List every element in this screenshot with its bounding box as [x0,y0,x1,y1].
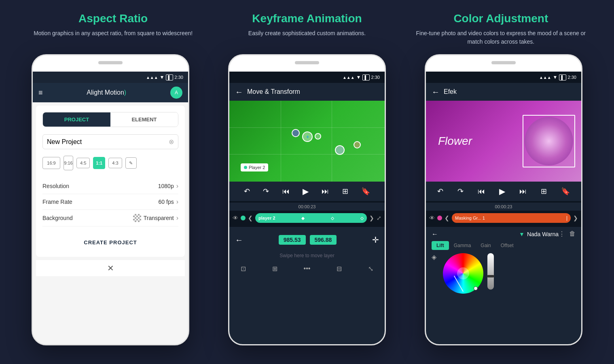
redo-icon[interactable]: ↷ [263,187,269,196]
panel-back-icon[interactable]: ← [432,231,438,238]
flower-preview: Flower [426,101,581,182]
ratio-4-5[interactable]: 4:5 [76,158,90,168]
phone3-track-bar[interactable]: Masking Gr... 1 | [452,213,571,223]
move-icon[interactable]: ✛ [372,235,379,245]
keyframe-active-dot: + [302,131,313,142]
timeline-track: 👁 ❮ player 2 ◆ ◇ ◇ ❯ ⤢ [229,211,385,225]
video-preview: + Player 2 [229,101,385,182]
framerate-label: Frame Rate [42,199,72,205]
color-tab-lift[interactable]: Lift [432,241,449,250]
bookmark-icon[interactable]: 🔖 [361,187,370,196]
player-dot-icon [244,166,247,169]
transform-back-icon[interactable]: ← [235,235,243,245]
more-icon[interactable]: ••• [304,265,311,273]
background-dropdown[interactable]: Transparent › [133,214,178,222]
skip-end-icon[interactable]: ⏭ [322,187,329,196]
coordinates-display: 985.53 596.88 [243,235,372,245]
ratio-9-16[interactable]: 9:16 [64,156,73,170]
phone3-loop-icon[interactable]: ⊞ [541,187,547,196]
feature-aspect-ratio: Aspect Ratio Motion graphics in any aspe… [20,12,206,38]
phone3-time: 2:30 [568,75,576,80]
phone3-track-handle-left: ❮ [445,215,449,221]
crop-icon[interactable]: ⊡ [241,265,246,273]
framerate-dropdown[interactable]: 60 fps › [159,198,178,205]
panel-back-btn[interactable]: ← [432,231,438,238]
brightness-slider[interactable] [487,253,494,290]
phone3-skip-end-icon[interactable]: ⏭ [519,187,527,196]
phone3-visibility-icon[interactable]: 👁 [429,215,435,221]
resolution-setting: Resolution 1080p › [42,178,178,194]
track-diamond-icon: ◆ [301,216,305,220]
phone3-back-icon[interactable]: ← [432,87,440,97]
coord-y-value: 596.88 [310,235,337,245]
player-label-text: Player 2 [249,165,265,170]
tab-element[interactable]: ELEMENT [110,112,178,127]
phone-1-speaker [98,61,123,64]
color-tab-offset[interactable]: Offset [496,241,519,250]
visibility-icon[interactable]: 👁 [233,215,238,221]
undo-icon[interactable]: ↶ [244,187,250,196]
color-tab-gain[interactable]: Gain [476,241,495,250]
header-row: Aspect Ratio Motion graphics in any aspe… [0,0,614,54]
transform-top-row: ← 985.53 596.88 ✛ [235,231,379,249]
color-wheel[interactable] [443,253,483,294]
panel-more-icon[interactable]: ⋮ [559,230,565,238]
background-setting: Background Transparent › [42,210,178,226]
phone3-play-icon[interactable]: ▶ [499,186,505,196]
phone3-playback-controls: ↶ ↷ ⏮ ▶ ⏭ ⊞ 🔖 [426,182,581,201]
color-panel-header: ← ▼ Nada Warna ⋮ 🗑 [432,230,576,238]
phones-row: ▲▲▲ ▼ ▌ 2:30 ≡ Alight Motion) A PROJECT … [0,54,614,364]
phone3-skip-start-icon[interactable]: ⏮ [478,187,485,196]
loop-icon[interactable]: ⊞ [342,187,348,196]
phone3-redo-icon[interactable]: ↷ [457,187,464,196]
phone3-bookmark-icon[interactable]: 🔖 [561,187,570,196]
expand-icon[interactable]: ⤡ [368,265,373,273]
background-label: Background [42,215,73,221]
hamburger-icon[interactable]: ≡ [38,89,43,97]
close-icon[interactable]: ✕ [107,263,114,273]
color-wheel-inner [457,267,469,279]
resolution-dropdown[interactable]: 1080p › [158,182,178,190]
phone3-track: 👁 ❮ Masking Gr... 1 | ❯ [426,211,581,225]
phone-2: ▲▲▲ ▼ ▌ 2:30 ← Move & Transform [228,54,386,345]
create-project-button[interactable]: CREATE PROJECT [42,235,178,250]
skip-start-icon[interactable]: ⏮ [282,187,290,196]
phone2-time: 2:30 [371,75,380,80]
phone3-undo-icon[interactable]: ↶ [437,187,443,196]
flip-icon[interactable]: ⊟ [337,265,342,273]
ratio-custom[interactable]: ✎ [125,157,137,169]
panel-actions: ⋮ 🗑 [559,230,576,238]
color-tab-gamma[interactable]: Gamma [449,241,476,250]
project-name-text: New Project [47,138,82,146]
track-diamond3-icon: ◇ [360,216,364,220]
tab-project[interactable]: PROJECT [43,112,110,127]
clear-icon[interactable]: ⊗ [169,138,174,146]
phone2-timeline: 00:00:23 👁 ❮ player 2 ◆ ◇ ◇ ❯ ⤢ [229,201,385,227]
color-wheel-area: ◈ [432,253,576,294]
project-name-field[interactable]: New Project ⊗ [42,134,178,149]
transform-icons-row: ⊡ ⊞ ••• ⊟ ⤡ [235,262,379,275]
scale-icon[interactable]: ⊞ [272,265,277,273]
ratio-16-9[interactable]: 16:9 [42,157,60,169]
keyframe-dot-2 [315,133,321,140]
framerate-chevron-icon: › [176,198,178,205]
track-bar[interactable]: player 2 ◆ ◇ ◇ [255,213,367,223]
track-label: player 2 [258,216,275,220]
feature-color: Color Adjustment Fine-tune photo and vid… [408,12,594,46]
play-icon[interactable]: ▶ [303,186,309,196]
track-color-indicator [241,216,246,220]
avatar[interactable]: A [170,87,182,99]
ratio-1-1[interactable]: 1:1 [93,157,105,169]
diamond-keyframe-icon[interactable]: ◈ [432,253,436,261]
phone2-topbar: ← Move & Transform [229,83,385,101]
panel-delete-icon[interactable]: 🗑 [569,230,576,238]
ratio-4-3[interactable]: 4:3 [108,158,122,168]
phone3-screen-title: Efek [444,88,457,95]
track-expand-icon[interactable]: ⤢ [377,215,381,221]
phone-3-screen: ▲▲▲ ▼ ▌ 2:30 ← Efek Flower ↶ ↷ ⏮ ▶ [426,72,581,345]
back-arrow-icon[interactable]: ← [235,87,243,97]
slider-thumb[interactable] [487,275,494,277]
phone2-signal-icon: ▲▲▲ [343,75,355,80]
phone2-playback-controls: ↶ ↷ ⏮ ▶ ⏭ ⊞ 🔖 [229,182,385,201]
track-pink-indicator [437,216,442,220]
